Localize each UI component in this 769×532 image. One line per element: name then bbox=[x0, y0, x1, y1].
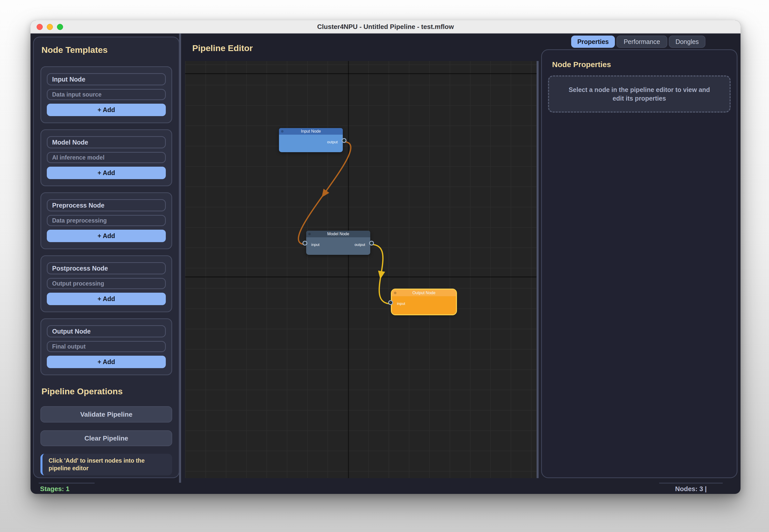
node-status-icon bbox=[308, 233, 311, 235]
window-title: Cluster4NPU - Untitled Pipeline - test.m… bbox=[317, 23, 454, 31]
sidebar-hint: Click 'Add' to insert nodes into the pip… bbox=[40, 454, 172, 475]
add-postprocess-node-button[interactable]: + Add bbox=[47, 293, 166, 305]
template-card-postprocess: Postprocess Node Output processing + Add bbox=[40, 255, 172, 312]
template-title: Input Node bbox=[47, 73, 166, 85]
template-description: Data preprocessing bbox=[47, 215, 166, 226]
output-port-handle[interactable] bbox=[343, 139, 346, 142]
desktop: Cluster4NPU - Untitled Pipeline - test.m… bbox=[0, 0, 769, 532]
pipeline-operations-heading: Pipeline Operations bbox=[41, 387, 172, 396]
properties-placeholder: Select a node in the pipeline editor to … bbox=[548, 75, 731, 113]
tab-dongles[interactable]: Dongles bbox=[669, 36, 705, 48]
template-title: Output Node bbox=[47, 325, 166, 337]
node-title: Model Node bbox=[327, 232, 349, 236]
pipeline-canvas[interactable]: Input Node output Model Node input outpu… bbox=[185, 61, 536, 478]
port-label: input bbox=[311, 242, 320, 247]
node-properties-heading: Node Properties bbox=[552, 60, 731, 69]
properties-tab-bar: Properties Performance Dongles bbox=[571, 36, 705, 48]
port-label: input bbox=[397, 301, 405, 306]
template-title: Model Node bbox=[47, 136, 166, 148]
validate-pipeline-button[interactable]: Validate Pipeline bbox=[40, 406, 172, 423]
template-description: Output processing bbox=[47, 278, 166, 289]
input-port-handle[interactable] bbox=[303, 242, 306, 245]
close-button[interactable] bbox=[37, 24, 43, 30]
zoom-button[interactable] bbox=[57, 24, 63, 30]
window-controls bbox=[37, 24, 63, 30]
title-bar: Cluster4NPU - Untitled Pipeline - test.m… bbox=[30, 20, 741, 34]
app-window: Cluster4NPU - Untitled Pipeline - test.m… bbox=[30, 20, 741, 494]
status-stages: Stages: 1 bbox=[39, 483, 95, 493]
add-model-node-button[interactable]: + Add bbox=[47, 167, 166, 179]
pipeline-editor-title: Pipeline Editor bbox=[192, 43, 253, 53]
minimize-button[interactable] bbox=[47, 24, 53, 30]
output-port-handle[interactable] bbox=[370, 242, 373, 245]
node-status-icon bbox=[394, 292, 396, 294]
template-description: Data input source bbox=[47, 89, 166, 100]
template-card-output: Output Node Final output + Add bbox=[40, 318, 172, 375]
template-card-input: Input Node Data input source + Add bbox=[40, 66, 172, 123]
tab-performance[interactable]: Performance bbox=[617, 36, 667, 48]
connection-layer bbox=[185, 61, 536, 478]
canvas-node-model[interactable]: Model Node input output bbox=[306, 231, 370, 255]
node-header: Output Node bbox=[392, 290, 456, 296]
template-title: Preprocess Node bbox=[47, 199, 166, 211]
node-properties-panel: Node Properties Select a node in the pip… bbox=[541, 49, 737, 478]
add-input-node-button[interactable]: + Add bbox=[47, 104, 166, 116]
node-title: Output Node bbox=[412, 291, 436, 295]
clear-pipeline-button[interactable]: Clear Pipeline bbox=[40, 430, 172, 446]
template-card-preprocess: Preprocess Node Data preprocessing + Add bbox=[40, 192, 172, 249]
node-templates-sidebar: Node Templates Input Node Data input sou… bbox=[33, 37, 179, 478]
canvas-node-output[interactable]: Output Node input bbox=[392, 290, 456, 314]
template-card-model: Model Node AI inference model + Add bbox=[40, 129, 172, 186]
port-label: output bbox=[355, 242, 365, 247]
template-description: Final output bbox=[47, 341, 166, 352]
canvas-splitter[interactable] bbox=[536, 61, 538, 478]
template-card-list: Input Node Data input source + Add Model… bbox=[40, 66, 172, 375]
status-nodes-connections: Nodes: 3 | Connections: 2 bbox=[659, 483, 723, 494]
node-header: Input Node bbox=[279, 128, 343, 135]
node-title: Input Node bbox=[301, 129, 321, 134]
port-label: output bbox=[327, 140, 338, 144]
node-header: Model Node bbox=[306, 231, 370, 237]
add-output-node-button[interactable]: + Add bbox=[47, 356, 166, 368]
tab-properties[interactable]: Properties bbox=[571, 36, 615, 48]
add-preprocess-node-button[interactable]: + Add bbox=[47, 230, 166, 242]
template-description: AI inference model bbox=[47, 152, 166, 163]
canvas-node-input[interactable]: Input Node output bbox=[279, 128, 343, 152]
node-status-icon bbox=[281, 130, 284, 133]
template-title: Postprocess Node bbox=[47, 262, 166, 274]
node-templates-heading: Node Templates bbox=[41, 45, 172, 54]
input-port-handle[interactable] bbox=[389, 301, 392, 304]
wire-arrowhead-icon bbox=[319, 189, 329, 199]
